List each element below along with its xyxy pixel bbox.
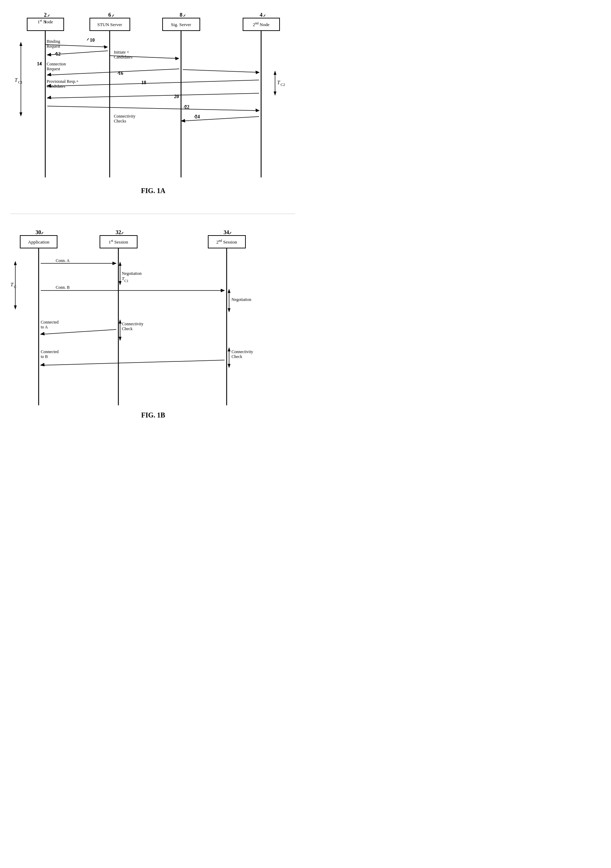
svg-line-37 — [47, 106, 259, 111]
node30-number: 30 — [36, 229, 41, 235]
svg-line-72 — [41, 360, 225, 365]
binding-request-label: Binding — [47, 39, 60, 44]
connected-to-a-label2: to A — [41, 325, 48, 329]
svg-marker-68 — [40, 332, 45, 335]
sig-label: Sig. Server — [171, 22, 191, 27]
application-label: Application — [28, 239, 50, 245]
conn-b-label: Conn. B — [56, 285, 70, 290]
svg-marker-60 — [221, 289, 225, 292]
candidates-label: Candidates — [114, 54, 133, 59]
svg-line-67 — [41, 329, 116, 334]
connection-request-label2: Request — [47, 67, 60, 71]
arrow20-label: 20 — [174, 94, 179, 99]
svg-marker-13 — [20, 42, 22, 46]
svg-marker-63 — [228, 308, 230, 312]
arrow10-label: 10 — [90, 37, 95, 43]
fig1a-section: 2 6 8 4 1 1st Node STUN Server Si — [11, 7, 295, 203]
node8-number: 8 — [180, 12, 182, 18]
svg-marker-32 — [274, 71, 277, 75]
svg-line-34 — [47, 93, 259, 98]
diagram-container: 2 6 8 4 1 1st Node STUN Server Si — [0, 0, 306, 445]
connected-to-b-label2: to B — [41, 354, 48, 359]
node6-number: 6 — [108, 12, 111, 18]
conn-a-label: Conn. A — [56, 258, 70, 263]
svg-line-15 — [87, 38, 89, 40]
svg-line-1 — [112, 15, 114, 17]
tc2-label: T — [277, 80, 281, 85]
svg-line-2 — [183, 15, 185, 17]
node34-number: 34 — [224, 229, 229, 235]
svg-line-27 — [183, 70, 259, 72]
fig1a-svg: 2 6 8 4 1 1st Node STUN Server Si — [11, 7, 296, 202]
negotiation-label: Negotiation — [122, 271, 142, 276]
fig1a-title: FIG. 1A — [141, 187, 166, 194]
initiate-label: Initiate + — [114, 50, 129, 54]
stun-label: STUN Server — [97, 22, 122, 27]
fig1b-title: FIG. 1B — [141, 411, 165, 419]
tc2-sub: C2 — [281, 82, 285, 87]
svg-marker-66 — [119, 337, 121, 341]
svg-marker-22 — [175, 57, 179, 60]
svg-marker-38 — [255, 108, 260, 112]
svg-marker-71 — [228, 364, 230, 368]
svg-marker-58 — [119, 281, 121, 285]
svg-marker-14 — [20, 112, 22, 116]
tc-label: T — [11, 282, 14, 287]
svg-line-0 — [48, 15, 50, 17]
connectivity-check2-label2: Check — [232, 354, 242, 359]
svg-marker-73 — [40, 363, 45, 366]
svg-marker-57 — [119, 262, 121, 266]
tc1-label-b: TC1 — [122, 276, 129, 283]
connectivity-checks-label: Connectivity — [114, 114, 135, 119]
negotiation2-label: Negotiation — [232, 297, 251, 302]
svg-marker-62 — [228, 289, 230, 293]
svg-marker-53 — [14, 305, 17, 310]
svg-marker-55 — [112, 262, 117, 265]
svg-line-43 — [121, 232, 123, 234]
tc-sub: C — [14, 285, 16, 289]
connected-to-a-label: Connected — [41, 320, 59, 325]
svg-marker-17 — [104, 45, 108, 49]
svg-marker-20 — [47, 53, 51, 56]
svg-marker-33 — [274, 91, 277, 96]
svg-marker-28 — [255, 71, 260, 74]
fig1b-section: 30 32 34 Application 1st Session 2nd Ses… — [11, 225, 295, 428]
svg-line-40 — [181, 116, 259, 121]
connected-to-b-label: Connected — [41, 349, 59, 354]
connectivity-check2-label: Connectivity — [232, 349, 253, 354]
svg-line-44 — [229, 232, 231, 234]
arrow18-label: 18 — [141, 80, 146, 85]
svg-marker-26 — [47, 73, 51, 76]
svg-marker-52 — [14, 261, 17, 265]
svg-marker-65 — [119, 319, 121, 324]
svg-marker-35 — [47, 96, 51, 99]
arrow24-label: 24 — [195, 114, 200, 119]
fig1b-svg: 30 32 34 Application 1st Session 2nd Ses… — [11, 225, 296, 426]
connectivity-check-label2: Check — [122, 326, 133, 331]
svg-line-3 — [264, 15, 265, 17]
node4-number: 4 — [260, 12, 263, 18]
connectivity-checks-label2: Checks — [114, 119, 126, 124]
tc1-sub: C1 — [18, 80, 23, 84]
arrow14-label: 14 — [37, 61, 42, 67]
connection-request-label: Connection — [47, 62, 66, 67]
node32-number: 32 — [116, 229, 121, 235]
svg-line-29 — [47, 80, 259, 86]
svg-line-25 — [47, 69, 179, 75]
node2-number: 2 — [44, 12, 47, 18]
connectivity-check-label: Connectivity — [122, 321, 143, 326]
provisional-label: Provisional Resp.+ — [47, 79, 79, 84]
tc1-label: T — [15, 77, 18, 83]
svg-marker-70 — [228, 347, 230, 351]
svg-line-42 — [42, 232, 43, 234]
section-divider — [11, 214, 295, 214]
